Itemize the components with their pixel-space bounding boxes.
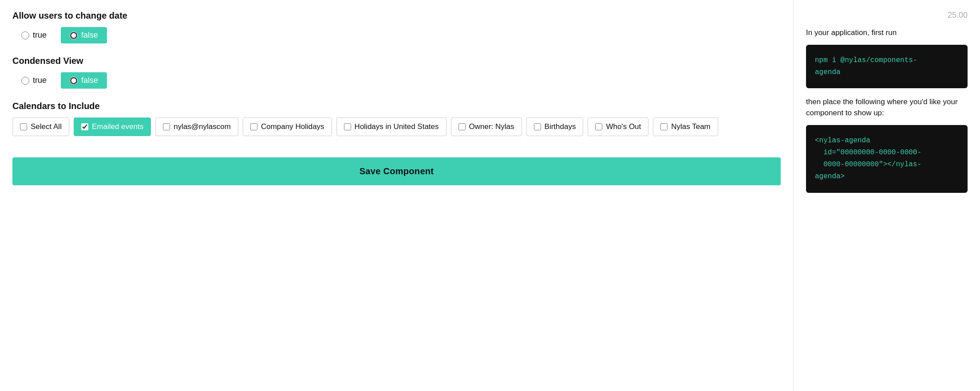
calendars-title: Calendars to Include	[12, 101, 781, 111]
place-text: then place the following where you'd lik…	[806, 96, 968, 119]
calendar-select-all[interactable]: Select All	[12, 117, 69, 136]
calendar-company-holidays-checkbox[interactable]	[250, 123, 257, 130]
calendar-nylas-team-label: Nylas Team	[671, 122, 711, 131]
allow-change-date-false-label: false	[81, 31, 98, 40]
top-value: 25.00	[806, 11, 968, 20]
calendar-owner-nylas-checkbox[interactable]	[458, 123, 466, 130]
condensed-view-true-label: true	[33, 76, 47, 85]
calendar-emailed-events[interactable]: Emailed events	[74, 117, 151, 136]
allow-change-date-radio-group: true false	[12, 27, 781, 43]
allow-change-date-false-option[interactable]: false	[61, 27, 107, 43]
calendar-birthdays-label: Birthdays	[545, 122, 576, 131]
calendar-holidays-us[interactable]: Holidays in United States	[336, 117, 447, 136]
calendar-birthdays[interactable]: Birthdays	[526, 117, 584, 136]
calendar-nylas-team[interactable]: Nylas Team	[653, 117, 718, 136]
calendar-holidays-us-checkbox[interactable]	[344, 123, 351, 130]
condensed-view-radio-group: true false	[12, 72, 781, 89]
calendar-nylas-email-checkbox[interactable]	[163, 123, 170, 130]
allow-change-date-true-option[interactable]: true	[12, 27, 55, 43]
calendar-emailed-events-label: Emailed events	[92, 122, 143, 131]
condensed-view-false-radio[interactable]	[70, 77, 78, 85]
condensed-view-true-option[interactable]: true	[12, 72, 55, 89]
right-panel: 25.00 In your application, first run npm…	[794, 0, 980, 391]
calendar-nylas-email[interactable]: nylas@nylascom	[155, 117, 238, 136]
code-block-component: <nylas-agenda id="00000000-0000-0000- 00…	[806, 125, 968, 193]
calendar-company-holidays-label: Company Holidays	[261, 122, 324, 131]
condensed-view-false-label: false	[81, 76, 98, 85]
allow-change-date-false-radio[interactable]	[70, 31, 78, 39]
allow-change-date-true-radio[interactable]	[21, 31, 29, 39]
condensed-view-section: Condensed View true false	[12, 56, 781, 89]
allow-change-date-title: Allow users to change date	[12, 11, 781, 21]
condensed-view-title: Condensed View	[12, 56, 781, 66]
calendar-whos-out-checkbox[interactable]	[595, 123, 602, 130]
calendar-nylas-email-label: nylas@nylascom	[174, 122, 231, 131]
allow-change-date-true-label: true	[33, 31, 47, 40]
calendar-whos-out-label: Who's Out	[606, 122, 641, 131]
save-component-button[interactable]: Save Component	[12, 157, 781, 185]
calendar-owner-nylas-label: Owner: Nylas	[469, 122, 514, 131]
code-block-npm: npm i @nylas/components- agenda	[806, 45, 968, 88]
calendar-birthdays-checkbox[interactable]	[534, 123, 541, 130]
calendar-select-all-checkbox[interactable]	[20, 123, 27, 130]
calendars-grid: Select All Emailed events nylas@nylascom…	[12, 117, 781, 136]
calendar-emailed-events-checkbox[interactable]	[81, 123, 88, 130]
condensed-view-true-radio[interactable]	[21, 77, 29, 85]
calendars-section: Calendars to Include Select All Emailed …	[12, 101, 781, 136]
calendar-company-holidays[interactable]: Company Holidays	[243, 117, 332, 136]
calendar-holidays-us-label: Holidays in United States	[355, 122, 439, 131]
calendar-nylas-team-checkbox[interactable]	[660, 123, 668, 130]
allow-change-date-section: Allow users to change date true false	[12, 11, 781, 43]
left-panel: Allow users to change date true false Co…	[0, 0, 794, 391]
calendar-select-all-label: Select All	[31, 122, 62, 131]
intro-text: In your application, first run	[806, 27, 968, 39]
calendar-whos-out[interactable]: Who's Out	[588, 117, 648, 136]
condensed-view-false-option[interactable]: false	[61, 72, 107, 89]
calendar-owner-nylas[interactable]: Owner: Nylas	[451, 117, 522, 136]
